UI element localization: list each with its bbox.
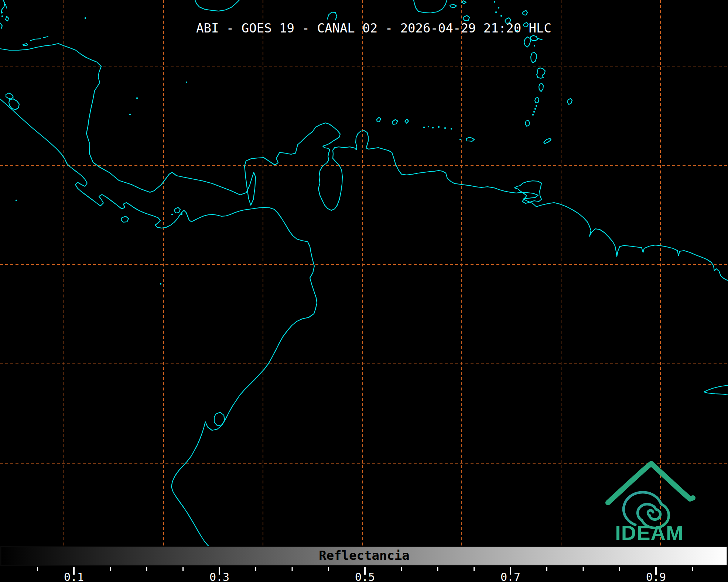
island-dot — [451, 128, 452, 130]
island-dot — [129, 114, 131, 115]
logo-wordmark: IDEAM — [615, 521, 683, 544]
island-dot — [534, 45, 535, 47]
colorbar-tick-label: 0.7 — [500, 571, 520, 582]
goes-satellite-map: ABI - GOES 19 - CANAL 02 - 2026-04-29 21… — [0, 0, 728, 582]
island-dot — [532, 114, 534, 116]
colorbar-tick-label: 0.3 — [209, 571, 229, 582]
island-dot — [1, 12, 3, 13]
island-dot — [1, 16, 3, 17]
island-dot — [432, 127, 434, 128]
island-dot — [459, 139, 461, 140]
colorbar-tick-label: 0.1 — [64, 571, 84, 582]
colorbar-title: Reflectancia — [319, 548, 410, 563]
island-dot — [495, 11, 497, 13]
island-dot — [160, 283, 161, 285]
satellite-image-viewport: ABI - GOES 19 - CANAL 02 - 2026-04-29 21… — [0, 0, 728, 582]
island-dot — [498, 7, 499, 8]
colorbar-tick-label: 0.5 — [355, 571, 375, 582]
island-dot — [534, 108, 536, 110]
island-dot — [438, 126, 440, 128]
island-dot — [186, 82, 187, 83]
island-dot — [533, 111, 535, 113]
island-dot — [16, 200, 17, 201]
island-dot — [536, 105, 537, 107]
island-dot — [444, 127, 446, 129]
image-title: ABI - GOES 19 - CANAL 02 - 2026-04-29 21… — [196, 21, 551, 35]
island-dot — [181, 213, 182, 215]
colorbar-tick-label: 0.9 — [646, 571, 666, 582]
island-dot — [428, 126, 429, 127]
island-dot — [500, 15, 502, 17]
island-dot — [171, 214, 173, 215]
island-dot — [423, 127, 425, 128]
island-dot — [85, 17, 86, 19]
island-dot — [494, 1, 495, 3]
island-dot — [136, 97, 138, 99]
